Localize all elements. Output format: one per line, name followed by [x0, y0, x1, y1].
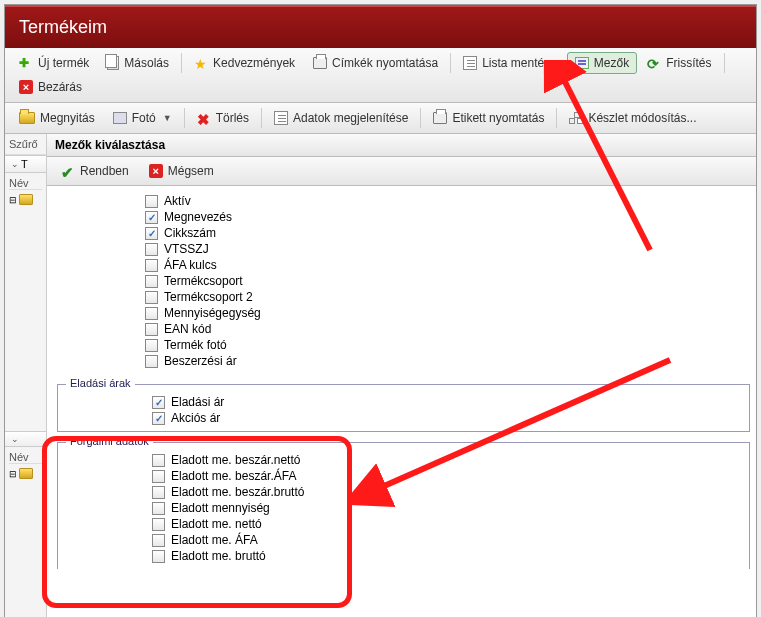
separator	[181, 53, 182, 73]
tree-root[interactable]: ⊟	[9, 468, 42, 479]
checkbox-label: Cikkszám	[164, 226, 216, 240]
filter-label: Szűrő	[5, 134, 46, 155]
print-labels-button[interactable]: Címkék nyomtatása	[305, 52, 446, 74]
checkbox[interactable]	[152, 550, 165, 563]
field-checkbox-row[interactable]: ✓Cikkszám	[145, 226, 744, 240]
group-general: Aktív✓Megnevezés✓CikkszámVTSSZJÁFA kulcs…	[57, 194, 750, 374]
checkbox[interactable]	[145, 339, 158, 352]
cancel-button[interactable]: ×Mégsem	[141, 160, 222, 182]
label: Másolás	[124, 56, 169, 70]
checkbox[interactable]	[145, 275, 158, 288]
checkbox[interactable]	[145, 195, 158, 208]
field-checkbox-row[interactable]: Eladott me. ÁFA	[152, 533, 743, 547]
checkbox[interactable]	[152, 502, 165, 515]
checkbox[interactable]	[152, 470, 165, 483]
field-checkbox-row[interactable]: EAN kód	[145, 322, 744, 336]
field-checkbox-row[interactable]: Aktív	[145, 194, 744, 208]
checkbox[interactable]: ✓	[145, 227, 158, 240]
field-checkbox-row[interactable]: Beszerzési ár	[145, 354, 744, 368]
field-checkbox-row[interactable]: Termékcsoport 2	[145, 290, 744, 304]
chevron-down-icon: ⌄	[11, 434, 19, 444]
checkbox[interactable]: ✓	[152, 396, 165, 409]
checkbox-label: Beszerzési ár	[164, 354, 237, 368]
checkbox-label: Termékcsoport	[164, 274, 243, 288]
refresh-button[interactable]: ⟳Frissítés	[639, 52, 719, 74]
close-icon: ×	[19, 80, 33, 94]
checkbox[interactable]	[145, 291, 158, 304]
checkbox-label: Termékcsoport 2	[164, 290, 253, 304]
group-prices: Eladási árak ✓Eladási ár✓Akciós ár	[57, 384, 750, 432]
checkbox[interactable]	[145, 355, 158, 368]
label: Megnyitás	[40, 111, 95, 125]
checkbox-label: Eladási ár	[171, 395, 224, 409]
sidebar-section-2[interactable]: ⌄	[5, 431, 46, 447]
field-checkbox-row[interactable]: Termékcsoport	[145, 274, 744, 288]
show-data-button[interactable]: Adatok megjelenítése	[266, 107, 416, 129]
field-checkbox-row[interactable]: ÁFA kulcs	[145, 258, 744, 272]
label: Új termék	[38, 56, 89, 70]
checkbox[interactable]: ✓	[152, 412, 165, 425]
photo-icon	[113, 112, 127, 124]
label: Mezők	[594, 56, 629, 70]
open-button[interactable]: Megnyitás	[11, 107, 103, 129]
checkbox[interactable]	[145, 243, 158, 256]
col-header-nev: Név	[9, 177, 42, 190]
photo-button[interactable]: Fotó▼	[105, 107, 180, 129]
tree-root[interactable]: ⊟	[9, 194, 42, 205]
label-print-button[interactable]: Etikett nyomtatás	[425, 107, 552, 129]
delete-button[interactable]: ✖Törlés	[189, 107, 257, 129]
ok-button[interactable]: ✔Rendben	[53, 160, 137, 182]
field-checkbox-row[interactable]: Eladott mennyiség	[152, 501, 743, 515]
field-checkbox-row[interactable]: Eladott me. beszár.bruttó	[152, 485, 743, 499]
copy-button[interactable]: Másolás	[99, 52, 177, 74]
page-title: Termékeim	[5, 5, 756, 48]
close-button[interactable]: ×Bezárás	[11, 76, 90, 98]
checkbox-label: VTSSZJ	[164, 242, 209, 256]
checkbox-label: Eladott me. bruttó	[171, 549, 266, 563]
field-checkbox-row[interactable]: Eladott me. bruttó	[152, 549, 743, 563]
separator	[420, 108, 421, 128]
fields-icon	[575, 57, 589, 69]
label: T	[21, 158, 28, 170]
checkbox[interactable]	[152, 534, 165, 547]
tree-icon	[569, 112, 583, 124]
field-checkbox-row[interactable]: ✓Eladási ár	[152, 395, 743, 409]
label: Adatok megjelenítése	[293, 111, 408, 125]
checkbox-label: Eladott me. beszár.bruttó	[171, 485, 304, 499]
group-legend: Eladási árak	[66, 377, 135, 389]
separator	[450, 53, 451, 73]
star-icon: ★	[194, 56, 208, 70]
label: Készlet módosítás...	[588, 111, 696, 125]
checkbox[interactable]	[145, 259, 158, 272]
panel-toolbar: ✔Rendben ×Mégsem	[47, 157, 756, 186]
save-list-button[interactable]: Lista mentése	[455, 52, 565, 74]
close-icon: ×	[149, 164, 163, 178]
field-checkbox-row[interactable]: ✓Akciós ár	[152, 411, 743, 425]
plus-icon: ✚	[19, 56, 33, 70]
checkbox-label: Eladott mennyiség	[171, 501, 270, 515]
field-checkbox-row[interactable]: Eladott me. beszár.ÁFA	[152, 469, 743, 483]
checkbox[interactable]	[152, 486, 165, 499]
sidebar-section-t[interactable]: ⌄T	[5, 155, 46, 173]
fields-button[interactable]: Mezők	[567, 52, 637, 74]
checkbox[interactable]	[145, 307, 158, 320]
expand-icon: ⊟	[9, 469, 17, 479]
chevron-down-icon: ▼	[163, 113, 172, 123]
checkbox[interactable]: ✓	[145, 211, 158, 224]
checkbox[interactable]	[152, 454, 165, 467]
label: Címkék nyomtatása	[332, 56, 438, 70]
checkbox[interactable]	[145, 323, 158, 336]
field-checkbox-row[interactable]: VTSSZJ	[145, 242, 744, 256]
checkbox[interactable]	[152, 518, 165, 531]
field-checkbox-row[interactable]: Mennyiségegység	[145, 306, 744, 320]
stock-modify-button[interactable]: Készlet módosítás...	[561, 107, 704, 129]
checkbox-label: ÁFA kulcs	[164, 258, 217, 272]
checkbox-label: Eladott me. ÁFA	[171, 533, 258, 547]
field-checkbox-row[interactable]: Eladott me. nettó	[152, 517, 743, 531]
field-checkbox-row[interactable]: ✓Megnevezés	[145, 210, 744, 224]
discounts-button[interactable]: ★Kedvezmények	[186, 52, 303, 74]
field-checkbox-row[interactable]: Termék fotó	[145, 338, 744, 352]
new-product-button[interactable]: ✚Új termék	[11, 52, 97, 74]
sidebar: Szűrő ⌄T Név ⊟ ⌄ Név ⊟	[5, 134, 47, 617]
field-checkbox-row[interactable]: Eladott me. beszár.nettó	[152, 453, 743, 467]
